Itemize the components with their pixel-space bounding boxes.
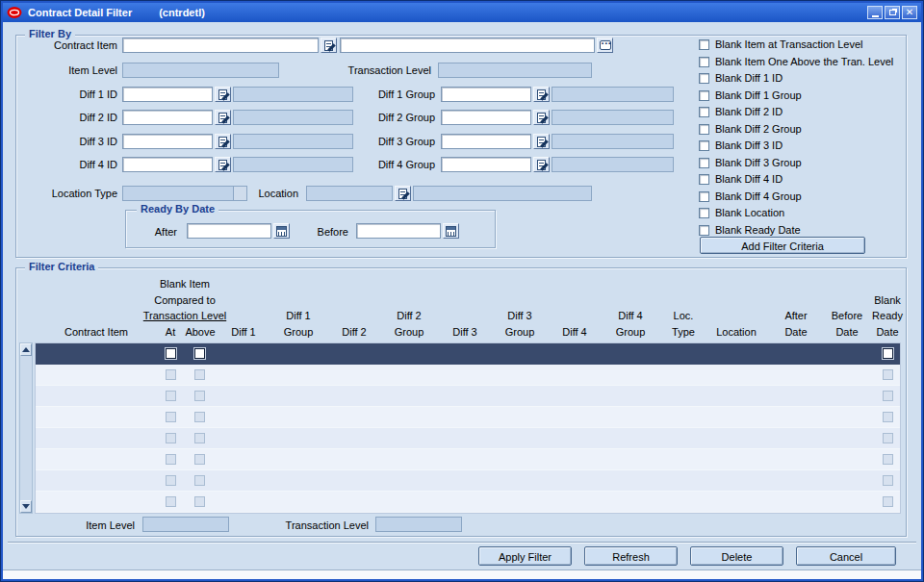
above-checkbox[interactable] — [194, 391, 205, 401]
add-filter-criteria-button[interactable]: Add Filter Criteria — [700, 237, 865, 254]
blank-ready-date-row-checkbox[interactable] — [883, 433, 893, 443]
after-date-input[interactable] — [187, 223, 271, 239]
diff1-group-lov-button[interactable] — [533, 87, 550, 102]
diff3-id-input[interactable] — [122, 134, 213, 149]
blank-item-at-transaction-level-checkbox[interactable] — [699, 39, 709, 50]
diff4-group-input[interactable] — [441, 157, 531, 172]
table-row[interactable] — [36, 365, 900, 386]
calendar-icon — [276, 226, 287, 237]
diff4-id-input[interactable] — [122, 157, 213, 172]
diff3-group-lov-button[interactable] — [533, 134, 550, 149]
table-row[interactable] — [36, 407, 900, 428]
blank-ready-date-row-checkbox[interactable] — [883, 369, 893, 380]
blank-item-one-above-tran-level-checkbox[interactable] — [699, 57, 709, 67]
filter-criteria-table — [35, 342, 901, 514]
table-row[interactable] — [36, 428, 900, 449]
table-row[interactable] — [36, 449, 900, 470]
diff1-id-input[interactable] — [122, 87, 213, 102]
blank-diff3-group-checkbox[interactable] — [699, 158, 709, 168]
contract-item-comments-button[interactable] — [597, 38, 613, 53]
above-checkbox[interactable] — [194, 348, 205, 359]
location-lov-button[interactable] — [395, 186, 411, 201]
blank-ready-date-row-checkbox[interactable] — [883, 412, 893, 422]
header-diff2-group-top: Diff 2 — [385, 310, 433, 322]
table-row[interactable] — [36, 343, 900, 365]
at-checkbox[interactable] — [166, 391, 176, 401]
table-row[interactable] — [36, 470, 900, 492]
apply-filter-button[interactable]: Apply Filter — [478, 546, 572, 566]
blank-ready-date-row-checkbox[interactable] — [883, 454, 893, 465]
at-checkbox[interactable] — [166, 348, 176, 359]
above-checkbox[interactable] — [194, 454, 205, 465]
record-scrollbar[interactable] — [19, 342, 33, 514]
blank-ready-date-row-checkbox[interactable] — [883, 496, 893, 507]
blank-diff2-id-checkbox[interactable] — [699, 107, 709, 117]
at-checkbox[interactable] — [166, 454, 176, 465]
blank-checkbox-row: Blank Diff 4 ID — [699, 173, 783, 186]
above-checkbox[interactable] — [194, 369, 205, 380]
blank-diff4-id-checkbox[interactable] — [699, 174, 709, 185]
blank-diff2-group-checkbox[interactable] — [699, 124, 709, 135]
header-before: Before — [824, 310, 870, 322]
header-diff3-group-top: Diff 3 — [496, 310, 544, 322]
above-checkbox[interactable] — [194, 433, 205, 443]
diff2-id-lov-button[interactable] — [215, 110, 231, 125]
list-of-values-icon — [218, 137, 227, 147]
diff1-group-input[interactable] — [441, 87, 531, 102]
minimize-button[interactable] — [867, 6, 883, 19]
at-checkbox[interactable] — [166, 369, 176, 380]
diff2-group-lov-button[interactable] — [533, 110, 550, 125]
cancel-button[interactable]: Cancel — [796, 546, 896, 566]
maximize-button[interactable] — [885, 6, 900, 19]
blank-diff1-id-checkbox[interactable] — [699, 73, 709, 84]
checkbox-label: Blank Diff 3 Group — [715, 157, 802, 169]
contract-item-lov-button[interactable] — [321, 38, 337, 53]
header-diff2: Diff 2 — [330, 326, 378, 339]
before-label: Before — [304, 226, 348, 239]
titlebar[interactable]: Contract Detail Filter (cntrdetl) ✕ — [3, 3, 921, 22]
ready-by-date-legend: Ready By Date — [137, 203, 218, 215]
refresh-button[interactable]: Refresh — [584, 546, 678, 566]
header-diff4-group-top: Diff 4 — [606, 310, 654, 322]
before-date-input[interactable] — [356, 223, 441, 239]
after-date-calendar-button[interactable] — [273, 223, 290, 239]
blank-diff3-id-checkbox[interactable] — [699, 140, 709, 151]
blank-diff4-group-checkbox[interactable] — [699, 191, 709, 202]
blank-ready-date-row-checkbox[interactable] — [883, 391, 893, 401]
table-row[interactable] — [36, 386, 900, 407]
checkbox-label: Blank Diff 4 ID — [715, 173, 783, 186]
at-checkbox[interactable] — [166, 412, 176, 422]
contract-item-input[interactable] — [122, 38, 319, 53]
list-of-values-icon — [218, 113, 227, 123]
diff4-id-lov-button[interactable] — [215, 157, 231, 172]
at-checkbox[interactable] — [166, 475, 176, 486]
table-row[interactable] — [36, 492, 900, 513]
list-of-values-icon — [537, 113, 546, 123]
diff1-id-label: Diff 1 ID — [15, 89, 117, 101]
diff2-id-input[interactable] — [122, 110, 213, 125]
diff3-group-input[interactable] — [441, 134, 531, 149]
above-checkbox[interactable] — [194, 412, 205, 422]
scroll-up-button[interactable] — [20, 343, 32, 356]
above-checkbox[interactable] — [194, 496, 205, 507]
contract-item-label: Contract Item — [15, 39, 117, 52]
diff4-group-lov-button[interactable] — [533, 157, 550, 172]
scroll-down-button[interactable] — [20, 500, 32, 513]
blank-ready-date-row-checkbox[interactable] — [883, 348, 893, 359]
above-checkbox[interactable] — [194, 475, 205, 486]
contract-item-desc-input[interactable] — [340, 38, 595, 53]
blank-ready-date-row-checkbox[interactable] — [883, 475, 893, 486]
diff2-group-input[interactable] — [441, 110, 531, 125]
close-button[interactable]: ✕ — [902, 6, 917, 19]
diff1-id-desc — [233, 87, 353, 102]
diff1-id-lov-button[interactable] — [215, 87, 231, 102]
at-checkbox[interactable] — [166, 433, 176, 443]
blank-location-checkbox[interactable] — [699, 208, 709, 218]
at-checkbox[interactable] — [166, 496, 176, 507]
delete-button[interactable]: Delete — [690, 546, 783, 566]
list-of-values-icon — [218, 89, 227, 100]
before-date-calendar-button[interactable] — [443, 223, 459, 239]
blank-ready-date-checkbox[interactable] — [699, 225, 709, 236]
diff3-id-lov-button[interactable] — [215, 134, 231, 149]
blank-diff1-group-checkbox[interactable] — [699, 90, 709, 101]
